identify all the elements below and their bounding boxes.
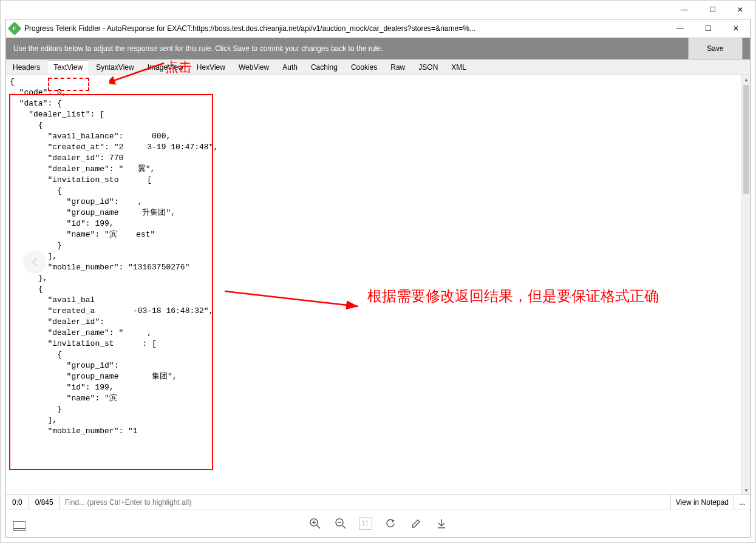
more-button[interactable]: ... [734,495,750,509]
scroll-down-icon[interactable]: ▼ [742,486,750,494]
tab-json[interactable]: JSON [412,60,444,75]
find-input[interactable] [60,495,671,509]
scroll-up-icon[interactable]: ▲ [742,75,750,84]
refresh-icon[interactable] [383,516,398,531]
bottom-toolbar: 11 [6,509,750,537]
outer-maximize-button[interactable]: ☐ [698,1,726,18]
page-number: 11 [362,520,369,527]
tab-headers[interactable]: Headers [6,60,47,75]
page-number-box[interactable]: 11 [359,518,372,530]
edit-icon[interactable] [409,516,423,531]
inner-maximize-button[interactable]: ☐ [694,20,722,37]
cursor-position: 0:0 [6,495,29,509]
svg-marker-9 [392,519,395,522]
vertical-scrollbar[interactable]: ▲ ▼ [741,75,750,494]
svg-rect-1 [13,528,26,531]
save-button[interactable]: Save [688,38,743,59]
response-editor[interactable]: { "code": 0, "data": { "dealer_list": [ … [6,75,741,438]
status-bar: 0:0 0/845 View in Notepad ... [6,494,750,509]
inner-titlebar: Progress Telerik Fiddler - AutoResponse … [6,19,750,38]
inner-close-button[interactable]: ✕ [722,20,750,37]
zoom-in-icon[interactable] [308,516,322,531]
svg-line-3 [317,525,320,528]
instruction-bar: Use the editors below to adjust the resp… [6,38,750,59]
selection-range: 0/845 [29,495,60,509]
zoom-out-icon[interactable] [333,516,348,531]
inner-minimize-button[interactable]: — [666,20,694,37]
tab-raw[interactable]: Raw [384,60,412,75]
tabs-row: Headers TextView SyntaxView ImageView He… [6,59,750,75]
tab-xml[interactable]: XML [444,60,473,75]
tab-caching[interactable]: Caching [304,60,344,75]
tab-syntaxview[interactable]: SyntaxView [89,60,140,75]
carousel-prev-icon[interactable] [23,251,46,274]
content-area: { "code": 0, "data": { "dealer_list": [ … [6,75,750,494]
outer-close-button[interactable]: ✕ [726,1,754,18]
outer-titlebar: — ☐ ✕ [1,1,755,19]
svg-line-7 [342,525,346,528]
view-in-notepad-button[interactable]: View in Notepad [671,495,734,509]
scroll-thumb[interactable] [743,85,749,194]
outer-minimize-button[interactable]: — [670,1,698,18]
download-icon[interactable] [434,516,449,531]
tab-webview[interactable]: WebView [232,60,276,75]
tab-imageview[interactable]: ImageView [141,60,190,75]
fiddler-icon [8,22,22,36]
instruction-text: Use the editors below to adjust the resp… [13,44,688,53]
panels-icon[interactable] [13,521,26,531]
window-title: Progress Telerik Fiddler - AutoResponse … [24,24,666,33]
tab-hexview[interactable]: HexView [190,60,232,75]
tab-auth[interactable]: Auth [276,60,304,75]
tab-cookies[interactable]: Cookies [344,60,384,75]
svg-rect-0 [13,521,26,528]
tab-textview[interactable]: TextView [47,60,89,75]
